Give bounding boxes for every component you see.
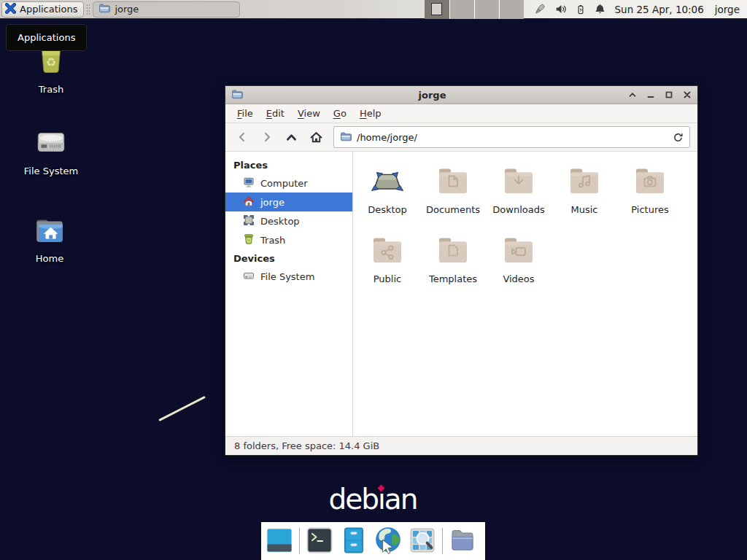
workspace-switcher <box>425 0 524 19</box>
workspace-3[interactable] <box>474 0 499 19</box>
wallpaper-scratch-line <box>158 396 206 421</box>
minimize-button[interactable] <box>646 90 655 99</box>
toolbar: /home/jorge/ <box>225 123 697 152</box>
dock-file-manager-button[interactable] <box>339 526 368 556</box>
terminal-icon <box>305 526 334 557</box>
location-path: /home/jorge/ <box>357 132 417 143</box>
file-label: Templates <box>429 273 477 284</box>
file-item-videos[interactable]: Videos <box>486 233 551 284</box>
file-label: Pictures <box>631 204 668 215</box>
desktop[interactable]: Applications jorge Sun 25 Apr, 10:06 jor… <box>0 0 747 560</box>
close-button[interactable] <box>683 90 692 99</box>
up-button[interactable] <box>280 126 303 148</box>
file-view[interactable]: DesktopDocumentsDownloadsMusicPicturesPu… <box>353 152 697 436</box>
file-item-documents[interactable]: Documents <box>420 163 486 215</box>
desktop-special-icon <box>370 163 405 201</box>
window-folder-icon <box>231 88 243 102</box>
top-panel: Applications jorge Sun 25 Apr, 10:06 jor… <box>0 0 747 19</box>
menu-file[interactable]: File <box>231 106 260 121</box>
workspace-4[interactable] <box>499 0 524 19</box>
desktop-icon-home[interactable]: Home <box>15 213 85 264</box>
file-item-downloads[interactable]: Downloads <box>486 163 551 215</box>
menu-view[interactable]: View <box>291 106 327 121</box>
desktop-icon-label: Home <box>36 253 63 264</box>
workspace-2[interactable] <box>449 0 474 19</box>
sidebar-item-file-system[interactable]: File System <box>225 267 352 286</box>
desktop-icon-label: Trash <box>39 84 63 95</box>
applications-menu-button[interactable]: Applications <box>1 1 84 18</box>
dock-app-finder-button[interactable] <box>408 526 437 556</box>
file-item-public[interactable]: Public <box>355 233 420 284</box>
folder-downloads-icon <box>501 163 536 201</box>
folder-public-icon <box>370 233 405 270</box>
folder-icon <box>340 131 352 144</box>
file-item-desktop[interactable]: Desktop <box>355 163 420 215</box>
debian-logo: debıan <box>0 483 746 516</box>
sidebar: Places ComputerjorgeDesktopTrash Devices… <box>225 152 353 436</box>
folder-documents-icon <box>436 163 471 201</box>
desktop-icon-label: File System <box>24 166 78 176</box>
file-label: Desktop <box>368 204 407 215</box>
menu-edit[interactable]: Edit <box>260 106 291 121</box>
workspace-1[interactable] <box>425 0 449 19</box>
dock-web-browser-button[interactable] <box>374 526 403 556</box>
hard-drive-icon <box>32 125 70 161</box>
drive16-icon <box>243 270 255 284</box>
forward-button[interactable] <box>255 126 278 148</box>
workspace-window-thumb <box>431 3 442 15</box>
applications-menu-label: Applications <box>20 4 77 15</box>
window-title: jorge <box>247 90 617 101</box>
sidebar-item-jorge[interactable]: jorge <box>225 192 352 211</box>
folder-icon <box>448 526 477 557</box>
file-item-pictures[interactable]: Pictures <box>617 163 683 215</box>
folder-icon <box>98 2 110 16</box>
file-item-music[interactable]: Music <box>551 163 617 215</box>
back-button[interactable] <box>231 126 253 148</box>
panel-user-label[interactable]: jorge <box>715 4 740 15</box>
home-folder-icon <box>31 213 69 249</box>
folder-pictures-icon <box>632 163 667 201</box>
sidebar-item-computer[interactable]: Computer <box>225 174 352 192</box>
file-label: Music <box>571 204 598 215</box>
dock-folder-button[interactable] <box>448 526 477 556</box>
applications-tooltip: Applications <box>6 24 87 51</box>
statusbar: 8 folders, Free space: 14.4 GiB <box>225 436 697 455</box>
folder-videos-icon <box>501 233 536 270</box>
app-finder-icon <box>408 526 437 557</box>
sidebar-devices-header: Devices <box>225 249 352 267</box>
taskbar-window-button[interactable]: jorge <box>93 1 240 18</box>
sidebar-item-trash[interactable]: Trash <box>225 230 352 249</box>
sidebar-item-desktop[interactable]: Desktop <box>225 211 352 230</box>
dock-panel <box>261 522 485 560</box>
system-tray <box>533 3 606 16</box>
desktop-icon-filesystem[interactable]: File System <box>16 125 86 176</box>
maximize-button[interactable] <box>665 90 673 99</box>
battery-charging-icon[interactable] <box>576 3 586 16</box>
window-titlebar[interactable]: jorge <box>225 86 697 104</box>
reload-button[interactable] <box>673 132 684 143</box>
panel-handle[interactable] <box>86 4 90 15</box>
volume-icon[interactable] <box>554 3 568 15</box>
shade-button[interactable] <box>628 90 637 99</box>
file-label: Documents <box>426 204 480 215</box>
dock-terminal-button[interactable] <box>305 526 334 556</box>
menu-go[interactable]: Go <box>327 106 353 121</box>
location-bar[interactable]: /home/jorge/ <box>333 126 690 148</box>
dock-show-desktop-button[interactable] <box>265 526 294 556</box>
menubar: FileEditViewGoHelp <box>225 104 697 123</box>
show-desktop-icon <box>265 526 294 557</box>
home-button[interactable] <box>305 126 328 148</box>
menu-help[interactable]: Help <box>353 106 388 121</box>
file-label: Videos <box>503 273 534 284</box>
svg-text:♻: ♻ <box>46 55 57 69</box>
panel-clock[interactable]: Sun 25 Apr, 10:06 <box>615 4 704 15</box>
dock-separator <box>299 528 300 554</box>
folder-templates-icon <box>436 233 471 270</box>
notifications-bell-icon[interactable] <box>594 3 606 16</box>
file-item-templates[interactable]: Templates <box>420 233 486 284</box>
file-manager-window: jorge FileEditViewGoHelp /home/jorge/ Pl… <box>225 85 698 456</box>
stylus-icon[interactable] <box>533 3 546 16</box>
taskbar-window-label: jorge <box>115 4 139 15</box>
folder-music-icon <box>567 163 602 201</box>
home16-icon <box>243 195 255 209</box>
